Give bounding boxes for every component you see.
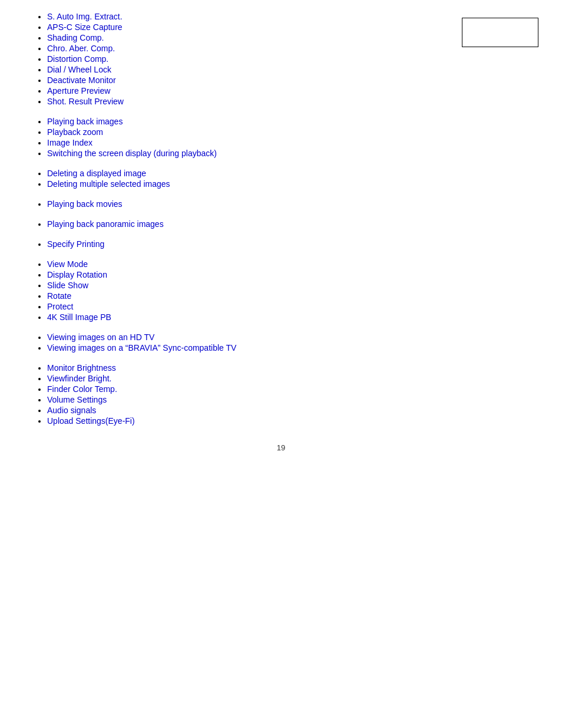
list-section8: Viewing images on an HD TVViewing images… xyxy=(35,332,527,353)
link-section8-1[interactable]: Viewing images on a “BRAVIA” Sync-compat… xyxy=(47,343,236,353)
list-item: Viewing images on an HD TV xyxy=(47,332,527,342)
link-section7-4[interactable]: Protect xyxy=(47,302,73,311)
list-item: Finder Color Temp. xyxy=(47,384,527,394)
list-section6: Specify Printing xyxy=(35,239,527,249)
sections-container: S. Auto Img. Extract.APS-C Size CaptureS… xyxy=(35,12,527,426)
list-item: Deleting multiple selected images xyxy=(47,179,527,189)
link-section3-0[interactable]: Deleting a displayed image xyxy=(47,169,146,178)
link-section7-3[interactable]: Rotate xyxy=(47,291,71,301)
link-section3-1[interactable]: Deleting multiple selected images xyxy=(47,179,170,189)
list-item: Playing back panoramic images xyxy=(47,219,527,229)
list-item: Playing back movies xyxy=(47,199,527,209)
link-section1-7[interactable]: Aperture Preview xyxy=(47,86,110,95)
list-item: Image Index xyxy=(47,138,527,147)
link-section7-0[interactable]: View Mode xyxy=(47,259,88,269)
link-section9-3[interactable]: Volume Settings xyxy=(47,395,107,404)
list-item: Distortion Comp. xyxy=(47,54,527,64)
top-right-box xyxy=(462,18,538,47)
link-section1-4[interactable]: Distortion Comp. xyxy=(47,54,108,64)
list-item: Deactivate Monitor xyxy=(47,75,527,85)
section-section5: Playing back panoramic images xyxy=(35,219,527,229)
link-section2-0[interactable]: Playing back images xyxy=(47,117,123,126)
list-item: Rotate xyxy=(47,291,527,301)
list-item: Viewfinder Bright. xyxy=(47,374,527,383)
section-section4: Playing back movies xyxy=(35,199,527,209)
page-container: S. Auto Img. Extract.APS-C Size CaptureS… xyxy=(0,0,562,476)
link-section1-0[interactable]: S. Auto Img. Extract. xyxy=(47,12,123,21)
section-section3: Deleting a displayed imageDeleting multi… xyxy=(35,169,527,189)
link-section9-4[interactable]: Audio signals xyxy=(47,406,96,415)
list-item: Playing back images xyxy=(47,117,527,126)
link-section2-1[interactable]: Playback zoom xyxy=(47,127,103,137)
list-item: Switching the screen display (during pla… xyxy=(47,149,527,158)
link-section7-1[interactable]: Display Rotation xyxy=(47,270,107,279)
link-section4-0[interactable]: Playing back movies xyxy=(47,199,123,209)
link-section1-1[interactable]: APS-C Size Capture xyxy=(47,22,123,32)
link-section1-2[interactable]: Shading Comp. xyxy=(47,33,104,42)
list-item: S. Auto Img. Extract. xyxy=(47,12,527,21)
link-section6-0[interactable]: Specify Printing xyxy=(47,239,104,249)
link-section9-1[interactable]: Viewfinder Bright. xyxy=(47,374,111,383)
list-item: Upload Settings(Eye-Fi) xyxy=(47,416,527,426)
list-section9: Monitor BrightnessViewfinder Bright.Find… xyxy=(35,363,527,426)
list-section5: Playing back panoramic images xyxy=(35,219,527,229)
link-section9-5[interactable]: Upload Settings(Eye-Fi) xyxy=(47,416,135,426)
list-item: 4K Still Image PB xyxy=(47,312,527,322)
link-section1-3[interactable]: Chro. Aber. Comp. xyxy=(47,44,115,53)
list-item: View Mode xyxy=(47,259,527,269)
list-section3: Deleting a displayed imageDeleting multi… xyxy=(35,169,527,189)
link-section7-5[interactable]: 4K Still Image PB xyxy=(47,312,111,322)
link-section5-0[interactable]: Playing back panoramic images xyxy=(47,219,164,229)
link-section1-6[interactable]: Deactivate Monitor xyxy=(47,75,116,85)
list-item: Aperture Preview xyxy=(47,86,527,95)
list-item: Shot. Result Preview xyxy=(47,97,527,106)
list-section7: View ModeDisplay RotationSlide ShowRotat… xyxy=(35,259,527,322)
section-section1: S. Auto Img. Extract.APS-C Size CaptureS… xyxy=(35,12,527,106)
link-section2-2[interactable]: Image Index xyxy=(47,138,92,147)
list-item: Audio signals xyxy=(47,406,527,415)
list-item: Dial / Wheel Lock xyxy=(47,65,527,74)
link-section8-0[interactable]: Viewing images on an HD TV xyxy=(47,332,154,342)
list-item: Slide Show xyxy=(47,281,527,290)
link-section1-5[interactable]: Dial / Wheel Lock xyxy=(47,65,111,74)
link-section9-0[interactable]: Monitor Brightness xyxy=(47,363,116,373)
section-section7: View ModeDisplay RotationSlide ShowRotat… xyxy=(35,259,527,322)
link-section7-2[interactable]: Slide Show xyxy=(47,281,88,290)
link-section2-3[interactable]: Switching the screen display (during pla… xyxy=(47,149,217,158)
list-item: Display Rotation xyxy=(47,270,527,279)
link-section9-2[interactable]: Finder Color Temp. xyxy=(47,384,117,394)
list-section2: Playing back imagesPlayback zoomImage In… xyxy=(35,117,527,158)
list-item: Deleting a displayed image xyxy=(47,169,527,178)
list-item: Protect xyxy=(47,302,527,311)
list-item: Shading Comp. xyxy=(47,33,527,42)
list-section4: Playing back movies xyxy=(35,199,527,209)
list-item: Volume Settings xyxy=(47,395,527,404)
section-section6: Specify Printing xyxy=(35,239,527,249)
list-item: Viewing images on a “BRAVIA” Sync-compat… xyxy=(47,343,527,353)
section-section9: Monitor BrightnessViewfinder Bright.Find… xyxy=(35,363,527,426)
list-section1: S. Auto Img. Extract.APS-C Size CaptureS… xyxy=(35,12,527,106)
page-number: 19 xyxy=(35,443,527,452)
list-item: APS-C Size Capture xyxy=(47,22,527,32)
section-section2: Playing back imagesPlayback zoomImage In… xyxy=(35,117,527,158)
link-section1-8[interactable]: Shot. Result Preview xyxy=(47,97,124,106)
list-item: Specify Printing xyxy=(47,239,527,249)
section-section8: Viewing images on an HD TVViewing images… xyxy=(35,332,527,353)
list-item: Monitor Brightness xyxy=(47,363,527,373)
list-item: Chro. Aber. Comp. xyxy=(47,44,527,53)
list-item: Playback zoom xyxy=(47,127,527,137)
